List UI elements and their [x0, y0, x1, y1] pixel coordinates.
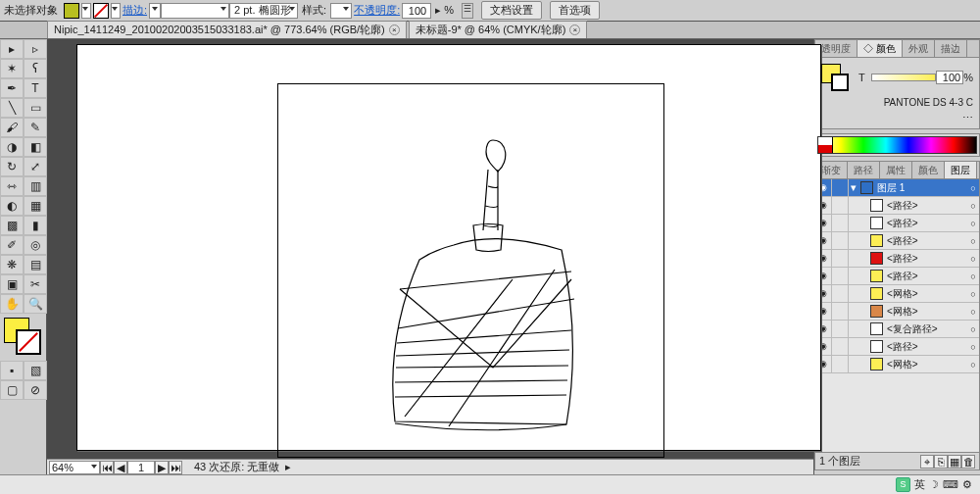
symbol-sprayer-tool[interactable]: ❋	[0, 255, 24, 274]
layer-row[interactable]: ◉<路径>○	[815, 338, 979, 356]
width-tool[interactable]: ⇿	[0, 176, 24, 196]
direct-selection-tool[interactable]: ▹	[24, 39, 47, 59]
blend-tool[interactable]: ◎	[24, 235, 47, 255]
zoom-tool[interactable]: 🔍	[24, 294, 47, 314]
target-icon[interactable]: ○	[967, 219, 979, 228]
document-tab[interactable]: 未标题-9* @ 64% (CMYK/轮廓)×	[409, 21, 588, 38]
preferences-button[interactable]: 首选项	[550, 1, 600, 20]
layer-row[interactable]: ◉<路径>○	[815, 197, 979, 215]
artboard-number[interactable]: 1	[127, 461, 155, 474]
color-mode[interactable]: ▪	[0, 361, 24, 380]
canvas-area[interactable]: 64% ⏮ ◀ 1 ▶ ⏭ 43 次还原: 无重做 ▸	[47, 39, 813, 474]
disclosure-icon[interactable]: ▾	[849, 181, 858, 194]
stroke-profile-dropdown[interactable]: 2 pt. 椭圆形	[229, 3, 298, 19]
target-icon[interactable]: ○	[967, 342, 979, 352]
color-menu-icon[interactable]: ⋯	[962, 112, 973, 124]
layer-name[interactable]: <路径>	[885, 270, 967, 283]
close-icon[interactable]: ×	[569, 25, 580, 35]
lock-toggle[interactable]	[832, 356, 849, 372]
layer-name[interactable]: <路径>	[885, 252, 967, 266]
target-icon[interactable]: ○	[967, 254, 979, 264]
fill-stroke-mini[interactable]	[821, 64, 853, 91]
brush-dropdown[interactable]	[161, 3, 229, 19]
lock-toggle[interactable]	[832, 179, 849, 196]
layer-name[interactable]: <路径>	[885, 217, 967, 230]
lock-toggle[interactable]	[832, 250, 849, 267]
lock-toggle[interactable]	[832, 232, 849, 249]
layer-row[interactable]: ◉<网格>○	[815, 356, 979, 373]
zoom-select[interactable]: 64%	[49, 461, 100, 474]
locate-layer-button[interactable]: ⌖	[920, 455, 934, 469]
opacity-label-link[interactable]: 不透明度:	[354, 3, 400, 18]
new-layer-button[interactable]: ▦	[948, 455, 961, 469]
layer-row[interactable]: ◉<复合路径>○	[815, 321, 979, 338]
document-tab[interactable]: Nipic_1411249_20100202003515033183.ai* @…	[47, 21, 407, 38]
none-mode[interactable]: ⊘	[24, 380, 47, 400]
target-icon[interactable]: ○	[967, 272, 979, 281]
selection-tool[interactable]: ▸	[0, 39, 24, 59]
target-icon[interactable]: ○	[967, 183, 979, 193]
paintbrush-tool[interactable]: 🖌	[0, 118, 24, 137]
prev-artboard-button[interactable]: ◀	[114, 461, 127, 474]
target-icon[interactable]: ○	[967, 201, 979, 211]
layer-row[interactable]: ◉<网格>○	[815, 303, 979, 321]
slice-tool[interactable]: ✂	[24, 274, 47, 294]
rotate-tool[interactable]: ↻	[0, 157, 24, 176]
screen-mode[interactable]: ▢	[0, 380, 24, 400]
layer-row[interactable]: ◉<网格>○	[815, 285, 979, 303]
eraser-tool[interactable]: ◧	[24, 137, 47, 157]
rectangle-tool[interactable]: ▭	[24, 98, 47, 118]
close-icon[interactable]: ×	[389, 25, 400, 35]
mesh-tool[interactable]: ▩	[0, 216, 24, 235]
sogou-icon[interactable]: S	[896, 477, 910, 492]
tab-swatches[interactable]: 颜色	[912, 162, 945, 178]
delete-layer-button[interactable]: 🗑	[961, 455, 975, 469]
magic-wand-tool[interactable]: ✶	[0, 59, 24, 78]
layer-name[interactable]: <路径>	[885, 199, 967, 213]
free-transform-tool[interactable]: ▥	[24, 176, 47, 196]
align-icon[interactable]: ☰	[462, 3, 473, 19]
tint-slider[interactable]	[871, 74, 936, 81]
target-icon[interactable]: ○	[967, 236, 979, 246]
tab-color[interactable]: ◇ 颜色	[858, 40, 903, 57]
artboard-tool[interactable]: ▣	[0, 274, 24, 294]
status-menu-arrow[interactable]: ▸	[285, 461, 291, 473]
type-tool[interactable]: T	[24, 78, 47, 98]
perspective-tool[interactable]: ▦	[24, 196, 47, 216]
target-icon[interactable]: ○	[967, 289, 979, 299]
graph-tool[interactable]: ▤	[24, 255, 47, 274]
layer-name[interactable]: <路径>	[885, 340, 967, 354]
tab-appearance[interactable]: 外观	[903, 40, 935, 57]
fill-swatch[interactable]	[64, 3, 79, 19]
target-icon[interactable]: ○	[967, 360, 979, 370]
pencil-tool[interactable]: ✎	[24, 118, 47, 137]
layer-row[interactable]: ◉<路径>○	[815, 215, 979, 232]
layer-name[interactable]: <网格>	[885, 305, 967, 319]
layer-name[interactable]: <路径>	[885, 234, 967, 248]
fill-dropdown[interactable]	[81, 3, 91, 19]
tab-pathfinder[interactable]: 路径	[848, 162, 880, 178]
new-sublayer-button[interactable]: ⎘	[934, 455, 948, 469]
stroke-label-link[interactable]: 描边:	[122, 3, 147, 18]
next-artboard-button[interactable]: ▶	[155, 461, 169, 474]
lock-toggle[interactable]	[832, 215, 849, 231]
opacity-field[interactable]: 100	[402, 3, 431, 19]
lasso-tool[interactable]: ʕ	[24, 59, 47, 78]
layer-name[interactable]: <复合路径>	[885, 322, 967, 336]
ime-indicator[interactable]: S 英 ☽ ⌨ ⚙	[896, 477, 972, 492]
tab-attributes[interactable]: 属性	[880, 162, 912, 178]
eyedropper-tool[interactable]: ✐	[0, 235, 24, 255]
lock-toggle[interactable]	[832, 197, 849, 214]
keyboard-icon[interactable]: ⌨	[943, 478, 958, 491]
layer-name[interactable]: 图层 1	[875, 181, 967, 195]
first-artboard-button[interactable]: ⏮	[100, 461, 114, 474]
doc-setup-button[interactable]: 文档设置	[481, 1, 542, 20]
target-icon[interactable]: ○	[967, 324, 979, 334]
layer-name[interactable]: <网格>	[885, 287, 967, 301]
hand-tool[interactable]: ✋	[0, 294, 24, 314]
stroke-swatch[interactable]	[93, 3, 109, 19]
lock-toggle[interactable]	[832, 268, 849, 284]
settings-icon[interactable]: ⚙	[962, 478, 972, 491]
scale-tool[interactable]: ⤢	[24, 157, 47, 176]
fill-stroke-control[interactable]	[4, 318, 42, 359]
